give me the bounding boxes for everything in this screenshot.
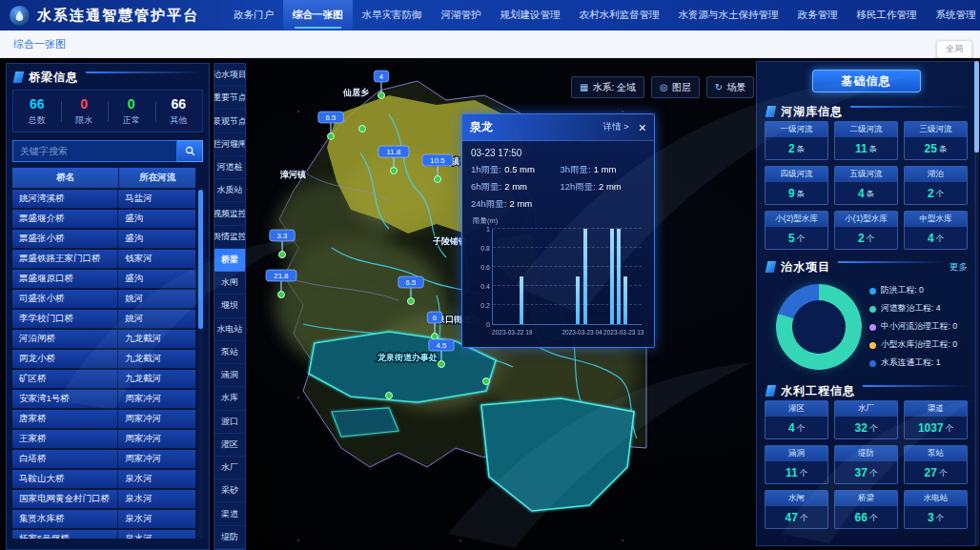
layer-menu-item[interactable]: 水电站 — [214, 318, 245, 341]
layer-menu-item[interactable]: 水库 — [214, 387, 245, 410]
stat-card[interactable]: 水电站3个 — [904, 490, 968, 529]
nav-item[interactable]: 系统管理 — [927, 0, 980, 31]
map-pin-icon[interactable] — [435, 176, 441, 183]
table-row[interactable]: 河沿闸桥九龙截河 — [12, 330, 195, 348]
legend-item[interactable]: 小型水库治理工程: 0 — [869, 339, 968, 351]
map-pin-icon[interactable] — [279, 252, 286, 258]
map-control-button[interactable]: ▦水系: 全域 — [571, 76, 644, 98]
layer-menu-item[interactable]: 采砂 — [214, 479, 245, 502]
table-row[interactable]: 马鞍山大桥泉水河 — [12, 470, 195, 488]
page-scrollbar[interactable] — [974, 61, 979, 546]
map-pin-icon[interactable] — [391, 168, 398, 174]
nav-item[interactable]: 移民工作管理 — [847, 0, 927, 31]
layer-menu-item[interactable]: 重要节点 — [214, 87, 245, 110]
table-row[interactable]: 票盛堰介桥盛沟 — [12, 210, 195, 228]
legend-item[interactable]: 河道整治工程: 4 — [869, 303, 968, 315]
table-row[interactable]: 安家湾1号桥周家冲河 — [12, 390, 195, 408]
map-pin-icon[interactable] — [408, 298, 415, 305]
close-icon[interactable]: × — [639, 121, 646, 134]
page-scrollbar-thumb[interactable] — [974, 61, 979, 153]
stat-card[interactable]: 涵洞11个 — [765, 445, 828, 484]
legend-item[interactable]: 中小河流治理工程: 0 — [869, 321, 968, 333]
stat-card[interactable]: 中型水库4个 — [904, 211, 968, 250]
stat-card[interactable]: 二级河流11条 — [834, 121, 898, 160]
stat-card[interactable]: 桥梁66个 — [834, 490, 898, 529]
layer-menu-item[interactable]: 桥梁 — [214, 249, 245, 272]
map-pin-icon[interactable] — [378, 92, 385, 99]
nav-item[interactable]: 水旱灾害防御 — [353, 0, 432, 31]
table-row[interactable]: 国家电网黄金村门口桥泉水河 — [12, 490, 195, 508]
stat-card[interactable]: 湖泊2个 — [904, 166, 968, 205]
table-scrollbar[interactable] — [198, 190, 203, 539]
table-row[interactable]: 杨家5号堰桥泉水河 — [12, 530, 195, 539]
layer-menu-item[interactable]: 涵洞 — [214, 364, 245, 387]
basic-info-tab[interactable]: 基础信息 — [812, 70, 921, 92]
stat-card[interactable]: 水闸47个 — [765, 490, 828, 529]
nav-item[interactable]: 政务管理 — [788, 0, 847, 31]
table-scrollbar-thumb[interactable] — [198, 190, 203, 329]
layer-menu-item[interactable]: 渡口 — [214, 411, 245, 434]
layer-menu-item[interactable]: 治水项目 — [214, 64, 245, 87]
legend-item[interactable]: 防洪工程: 0 — [869, 285, 968, 296]
layer-menu-item[interactable]: 舆情监控 — [214, 226, 245, 249]
bridge-table[interactable]: 桥名 所在河流 姚河湾溪桥马盐河票盛堰介桥盛沟票盛张小桥盛沟票盛铁路王家门口桥钱… — [12, 168, 203, 539]
layer-menu-item[interactable]: 堤防 — [214, 526, 245, 549]
table-row[interactable]: 两龙小桥九龙截河 — [12, 350, 195, 368]
table-row[interactable]: 唐家桥周家冲河 — [12, 410, 195, 428]
popup-detail-link[interactable]: 详情 > — [603, 121, 629, 133]
stat-card[interactable]: 小(2)型水库5个 — [765, 211, 828, 250]
layer-menu-item[interactable]: 景观节点 — [214, 110, 245, 132]
breadcrumb[interactable]: 综合一张图 — [0, 37, 66, 51]
map-pin-icon[interactable] — [432, 334, 439, 340]
table-row[interactable]: 姚河湾溪桥马盐河 — [12, 190, 195, 208]
stat-card[interactable]: 五级河流4条 — [834, 166, 898, 205]
table-row[interactable]: 王家桥周家冲河 — [12, 430, 195, 448]
map-control-button[interactable]: ↻场景 — [706, 76, 754, 98]
table-row[interactable]: 白塔桥周家冲河 — [12, 450, 195, 468]
layer-menu-item[interactable]: 水厂 — [214, 457, 245, 479]
stat-card[interactable]: 一级河流2条 — [765, 121, 828, 160]
layer-menu-item[interactable]: 河道桩 — [214, 156, 245, 179]
stat-card[interactable]: 灌区4个 — [765, 400, 828, 439]
table-row[interactable]: 矿区桥九龙截河 — [12, 370, 195, 388]
layer-menu-item[interactable]: 泵站 — [214, 341, 245, 364]
layer-menu-item[interactable]: 视频监控 — [214, 202, 245, 225]
map-pin-icon[interactable] — [278, 292, 285, 298]
stat-card[interactable]: 泵站27个 — [904, 445, 968, 484]
stat-card[interactable]: 渠道1037个 — [904, 400, 968, 439]
corner-chip[interactable]: 全局 — [936, 40, 972, 58]
more-link[interactable]: 更多 — [949, 261, 968, 274]
nav-item[interactable]: 政务门户 — [224, 0, 283, 31]
map-control-button[interactable]: ◎图层 — [651, 76, 700, 98]
layer-menu-item[interactable]: 灌区 — [214, 434, 245, 457]
nav-item[interactable]: 河湖管护 — [432, 0, 491, 31]
table-row[interactable]: 票盛张小桥盛沟 — [12, 230, 195, 248]
layer-menu-item[interactable]: 渠道 — [214, 502, 245, 525]
stat-card[interactable]: 堤防37个 — [834, 445, 898, 484]
nav-item[interactable]: 水资源与水土保持管理 — [669, 0, 788, 31]
table-row[interactable]: 司盛张小桥姚河 — [12, 290, 195, 308]
nav-item[interactable]: 规划建设管理 — [491, 0, 570, 31]
stat-card[interactable]: 四级河流9条 — [765, 166, 828, 205]
map-pin-icon[interactable] — [386, 393, 393, 399]
layer-menu-item[interactable]: 拦河堰闸 — [214, 133, 245, 156]
map-pin-icon[interactable] — [328, 133, 335, 140]
table-row[interactable]: 李学校门口桥姚河 — [12, 310, 195, 328]
map-pin-icon[interactable] — [359, 126, 366, 132]
layer-menu-item[interactable]: 水闸 — [214, 272, 245, 295]
layer-menu-item[interactable]: 堰坝 — [214, 295, 245, 317]
stat-card[interactable]: 三级河流25条 — [904, 121, 968, 160]
map-pin-icon[interactable] — [439, 361, 445, 368]
table-row[interactable]: 集贤水库桥泉水河 — [12, 510, 195, 528]
map-pin-icon[interactable] — [483, 378, 490, 385]
search-button[interactable] — [177, 140, 203, 162]
search-input[interactable] — [12, 140, 177, 162]
nav-item[interactable]: 综合一张图 — [283, 0, 353, 31]
layer-menu-item[interactable]: 水质站 — [214, 179, 245, 202]
table-row[interactable]: 票盛堰原口桥盛沟 — [12, 270, 195, 288]
table-row[interactable]: 票盛铁路王家门口桥钱家河 — [12, 250, 195, 268]
stat-card[interactable]: 小(1)型水库2个 — [834, 211, 898, 250]
legend-item[interactable]: 水系连通工程: 1 — [869, 357, 968, 369]
nav-item[interactable]: 农村水利监督管理 — [570, 0, 669, 31]
stat-card[interactable]: 水厂32个 — [834, 400, 898, 439]
